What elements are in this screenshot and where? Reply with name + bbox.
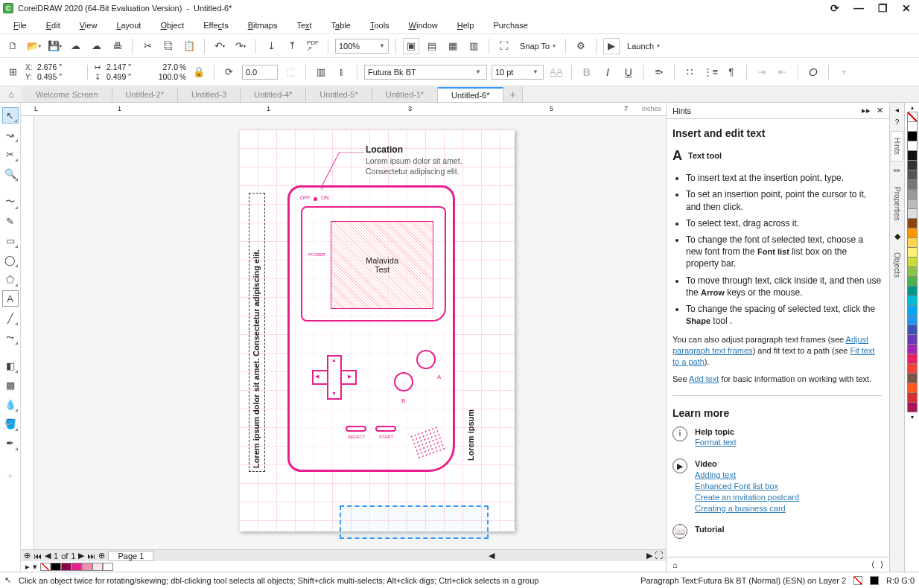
- color-swatch[interactable]: [907, 121, 918, 132]
- font-input[interactable]: [368, 68, 472, 77]
- nofill-swatch[interactable]: [907, 112, 918, 122]
- color-swatch[interactable]: [907, 295, 918, 306]
- dock-hints[interactable]: Hints: [891, 131, 903, 162]
- pick-tool-icon[interactable]: ↖: [2, 107, 19, 124]
- polygon-tool-icon[interactable]: ⬠: [2, 271, 19, 287]
- zoom-tool-icon[interactable]: 🔍: [2, 165, 19, 182]
- swatch[interactable]: [82, 563, 92, 571]
- home-tab-icon[interactable]: ⌂: [0, 87, 22, 102]
- color-swatch[interactable]: [907, 402, 918, 412]
- last-page-icon[interactable]: ⏭: [87, 552, 95, 560]
- artistic-media-icon[interactable]: ✎: [2, 213, 19, 229]
- ruler-vertical[interactable]: [21, 116, 34, 549]
- color-swatch[interactable]: [907, 150, 918, 161]
- menu-bitmaps[interactable]: Bitmaps: [239, 19, 287, 32]
- hints-back-icon[interactable]: ⟨: [871, 560, 874, 569]
- fill-tool-icon[interactable]: 🪣: [2, 415, 19, 432]
- ruler-horizontal[interactable]: L 1 1 3 5 7 inches: [21, 103, 666, 116]
- tab-untitled-4[interactable]: Untitled-4*: [241, 87, 306, 102]
- color-swatch[interactable]: [907, 189, 918, 199]
- fontsize-input[interactable]: [495, 68, 530, 77]
- fontsize-dropdown[interactable]: ▼: [492, 65, 544, 80]
- menu-view[interactable]: View: [71, 19, 106, 32]
- scale-y-input[interactable]: [154, 72, 178, 81]
- ellipse-tool-icon[interactable]: ◯: [2, 252, 19, 268]
- indent-inc-icon[interactable]: ⇥: [754, 64, 770, 80]
- menu-tools[interactable]: Tools: [361, 19, 398, 32]
- menu-text[interactable]: Text: [287, 19, 320, 32]
- link-video-3[interactable]: Create an invitation postcard: [695, 493, 799, 502]
- color-swatch[interactable]: [907, 286, 918, 296]
- undo-icon[interactable]: ↶▾: [212, 38, 228, 54]
- canvas[interactable]: Lorem ipsum dolor sit amet. Consectetur …: [34, 116, 666, 549]
- mirror-h-icon[interactable]: ⬚: [282, 64, 299, 80]
- export-icon[interactable]: ⤒: [284, 38, 300, 54]
- tab-untitled-3[interactable]: Untitled-3: [178, 87, 241, 102]
- frame-fit-icon[interactable]: ⫿: [334, 64, 350, 80]
- snap-off-icon[interactable]: ⛶: [496, 38, 512, 54]
- font-dropdown[interactable]: ▼: [364, 65, 487, 80]
- new-icon[interactable]: 🗋: [4, 38, 21, 54]
- launch-dropdown[interactable]: Launch▾: [624, 39, 663, 54]
- rotation-input[interactable]: [246, 68, 274, 77]
- freehand-tool-icon[interactable]: 〜: [2, 194, 19, 210]
- color-swatch[interactable]: [907, 170, 918, 180]
- redo-icon[interactable]: ↷▾: [232, 38, 249, 54]
- color-swatch[interactable]: [907, 354, 918, 364]
- minimize-button[interactable]: —: [849, 1, 868, 15]
- opentype-icon[interactable]: O: [805, 64, 821, 80]
- menu-effects[interactable]: Effects: [194, 19, 237, 32]
- link-video-1[interactable]: Adding text: [695, 470, 736, 479]
- palette-down-icon[interactable]: ▾: [911, 414, 914, 421]
- add-prop-icon[interactable]: +: [836, 64, 852, 80]
- rectangle-tool-icon[interactable]: ▭: [2, 232, 19, 249]
- menu-window[interactable]: Window: [400, 19, 447, 32]
- gameboy-outline[interactable]: OFF ON POWER Malavida Test ▲ ▼: [287, 185, 455, 472]
- add-page-after-icon[interactable]: ⊕: [98, 551, 105, 560]
- guides-icon[interactable]: ▥: [465, 38, 482, 54]
- docker-close-icon[interactable]: ✕: [877, 106, 883, 115]
- maximize-button[interactable]: ❐: [873, 1, 892, 15]
- link-format-text[interactable]: Format text: [695, 438, 737, 447]
- status-fill-swatch[interactable]: [853, 576, 862, 585]
- link-add-text[interactable]: Add text: [689, 374, 719, 383]
- connector-icon[interactable]: ⤳: [2, 329, 19, 345]
- prev-page-icon[interactable]: ◀: [45, 551, 51, 560]
- color-swatch[interactable]: [907, 179, 918, 190]
- link-video-4[interactable]: Creating a business card: [695, 504, 786, 513]
- color-swatch[interactable]: [907, 257, 918, 267]
- hints-fwd-icon[interactable]: ⟩: [880, 560, 883, 569]
- hints-home-icon[interactable]: ⌂: [672, 560, 678, 569]
- align-icon[interactable]: ≡▾: [651, 64, 667, 80]
- h-input[interactable]: [106, 72, 150, 81]
- add-page-icon[interactable]: ⊕: [24, 551, 31, 560]
- swatch[interactable]: [51, 563, 61, 571]
- menu-file[interactable]: File: [4, 19, 36, 32]
- color-swatch[interactable]: [907, 276, 918, 287]
- swatch[interactable]: [92, 563, 103, 571]
- open-icon[interactable]: 📂▾: [25, 38, 42, 54]
- transparency-icon[interactable]: ▩: [2, 377, 19, 393]
- y-input[interactable]: [37, 72, 80, 81]
- color-swatch[interactable]: [907, 344, 918, 354]
- add-tool-icon[interactable]: +: [2, 467, 19, 484]
- color-swatch[interactable]: [907, 305, 918, 316]
- cloud-down-icon[interactable]: ☁: [88, 38, 104, 54]
- page-tab[interactable]: Page 1: [108, 551, 153, 561]
- x-input[interactable]: [37, 63, 80, 71]
- swatch[interactable]: [61, 563, 71, 571]
- fullscreen-icon[interactable]: ▣: [403, 38, 419, 54]
- color-swatch[interactable]: [907, 160, 918, 170]
- bold-button[interactable]: B: [579, 64, 595, 80]
- menu-help[interactable]: Help: [448, 19, 483, 32]
- docker-help-icon[interactable]: ?: [895, 118, 900, 127]
- lock-ratio-icon[interactable]: 🔒: [191, 64, 207, 80]
- crop-tool-icon[interactable]: ✂: [2, 146, 19, 162]
- columns-icon[interactable]: ▥: [313, 64, 329, 80]
- zoom-input[interactable]: [339, 42, 376, 51]
- palette-up-icon[interactable]: ▴: [911, 104, 914, 111]
- tab-untitled-5[interactable]: Untitled-5*: [306, 87, 372, 102]
- color-swatch[interactable]: [907, 392, 918, 403]
- color-swatch[interactable]: [907, 218, 918, 229]
- tab-welcome[interactable]: Welcome Screen: [22, 87, 112, 102]
